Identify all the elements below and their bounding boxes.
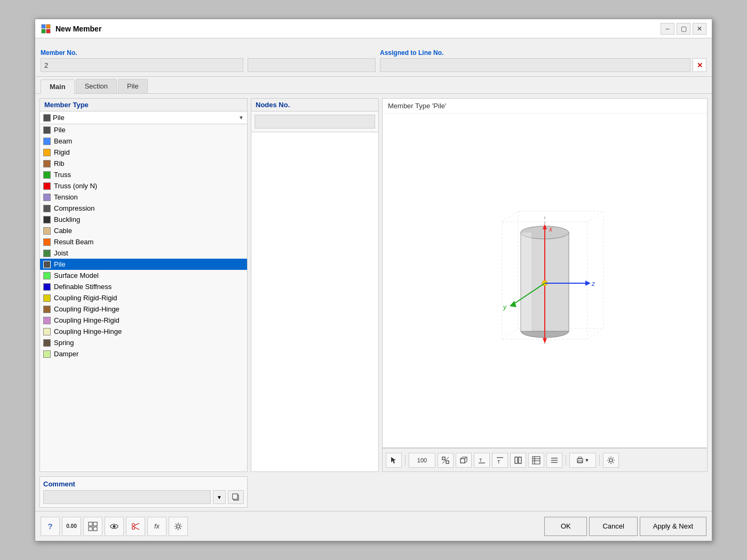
member-item-label: Rigid [54, 148, 70, 156]
svg-line-70 [134, 527, 139, 530]
apply-next-button[interactable]: Apply & Next [640, 517, 706, 536]
assigned-input[interactable] [380, 58, 690, 72]
svg-rect-62 [93, 522, 97, 526]
member-item-label: Coupling Rigid-Hinge [54, 305, 120, 313]
list-item[interactable]: Rigid [40, 147, 247, 158]
cursor-icon [390, 456, 398, 465]
svg-point-71 [177, 525, 180, 528]
view-select-btn[interactable] [386, 453, 402, 468]
member-no-input[interactable] [41, 58, 243, 72]
svg-line-8 [502, 211, 518, 222]
print-btn[interactable]: ▼ [569, 453, 596, 468]
fx-button[interactable]: fx [147, 517, 166, 536]
list-item[interactable]: Coupling Hinge-Hinge [40, 326, 247, 337]
list-item[interactable]: Definable Stiffness [40, 281, 247, 292]
list-item[interactable]: Coupling Rigid-Rigid [40, 292, 247, 303]
color-swatch [43, 317, 51, 324]
tab-section[interactable]: Section [76, 79, 117, 93]
svg-rect-48 [533, 457, 540, 464]
member-item-label: Rib [54, 159, 65, 167]
color-swatch [43, 194, 51, 201]
list-item[interactable]: Spring [40, 337, 247, 348]
window-controls: – ▢ ✕ [661, 23, 706, 35]
header-row: Member No. Assigned to Line No. ✕ [35, 38, 712, 77]
middle-field [248, 49, 376, 72]
svg-rect-2 [42, 29, 45, 33]
svg-rect-60 [233, 494, 237, 499]
cancel-button[interactable]: Cancel [589, 517, 637, 536]
settings-btn[interactable] [603, 453, 619, 468]
member-item-label: Cable [54, 227, 72, 235]
grid-button[interactable] [83, 517, 102, 536]
layout2-icon [514, 456, 522, 465]
comment-section: Comment ▼ [39, 476, 248, 508]
text-bottom-btn[interactable]: T [492, 453, 508, 468]
list-item[interactable]: Cable [40, 225, 247, 236]
member-item-label: Truss [54, 171, 71, 179]
maximize-button[interactable]: ▢ [677, 23, 690, 35]
middle-label [248, 49, 376, 57]
comment-input[interactable] [43, 490, 211, 504]
assigned-to-line-field: Assigned to Line No. ✕ [380, 49, 706, 72]
list-item[interactable]: Tension [40, 191, 247, 203]
svg-line-9 [587, 211, 603, 222]
list-item[interactable]: Pile [40, 124, 247, 135]
wireframe-btn[interactable] [456, 453, 472, 468]
config-button[interactable] [169, 517, 188, 536]
color-swatch [43, 149, 51, 156]
list-item[interactable]: Compression [40, 203, 247, 214]
svg-rect-55 [577, 459, 583, 462]
list-btn[interactable] [546, 453, 562, 468]
nodes-textarea[interactable] [251, 132, 378, 471]
table-icon [532, 456, 541, 465]
color-swatch [43, 306, 51, 313]
list-item[interactable]: Damper [40, 348, 247, 359]
svg-line-35 [442, 457, 449, 463]
scissors-button[interactable] [126, 517, 145, 536]
zoom-fit-btn[interactable] [438, 453, 454, 468]
help-button[interactable]: ? [41, 517, 60, 536]
member-item-label: Buckling [54, 215, 80, 223]
node-start-input[interactable] [255, 115, 375, 129]
clear-assigned-button[interactable]: ✕ [693, 58, 706, 72]
tab-pile[interactable]: Pile [118, 79, 148, 93]
member-item-label: Pile [54, 126, 66, 134]
color-swatch [43, 138, 51, 145]
color-swatch [43, 272, 51, 279]
comment-copy-btn[interactable] [228, 490, 244, 504]
comment-dropdown-btn[interactable]: ▼ [213, 490, 226, 504]
middle-input[interactable] [248, 58, 376, 72]
member-item-label: Definable Stiffness [54, 283, 112, 291]
units-button[interactable]: 0.00 [62, 517, 81, 536]
list-item[interactable]: Beam [40, 135, 247, 147]
text-top-btn[interactable]: T [474, 453, 490, 468]
list-item[interactable]: Result Beam [40, 236, 247, 247]
member-type-dropdown[interactable]: Pile ▼ [40, 111, 247, 124]
list-item[interactable]: Joist [40, 247, 247, 259]
layout-2-btn[interactable] [510, 453, 526, 468]
list-item[interactable]: Truss [40, 169, 247, 180]
color-swatch [43, 339, 51, 347]
tabs-row: Main Section Pile [35, 77, 712, 94]
svg-rect-0 [42, 25, 45, 28]
zoom-100-btn[interactable]: 100 [409, 453, 435, 468]
list-item[interactable]: Coupling Hinge-Rigid [40, 315, 247, 326]
tab-main[interactable]: Main [41, 79, 75, 94]
list-item[interactable]: Rib [40, 158, 247, 169]
zoom-icon: 100 [417, 457, 427, 463]
list-item[interactable]: Pile [40, 259, 247, 270]
scissors-icon [131, 522, 140, 531]
svg-marker-28 [510, 301, 516, 307]
list-item[interactable]: Coupling Rigid-Hinge [40, 303, 247, 315]
ok-button[interactable]: OK [544, 517, 587, 536]
list-item[interactable]: Truss (only N) [40, 180, 247, 191]
minimize-button[interactable]: – [661, 23, 674, 35]
view-button[interactable] [105, 517, 124, 536]
list-item[interactable]: Buckling [40, 214, 247, 225]
member-item-label: Spring [54, 339, 74, 347]
table-btn[interactable] [528, 453, 544, 468]
toolbar-sep-2 [566, 455, 566, 466]
close-button[interactable]: ✕ [693, 23, 706, 35]
member-item-label: Compression [54, 204, 95, 212]
list-item[interactable]: Surface Model [40, 270, 247, 281]
